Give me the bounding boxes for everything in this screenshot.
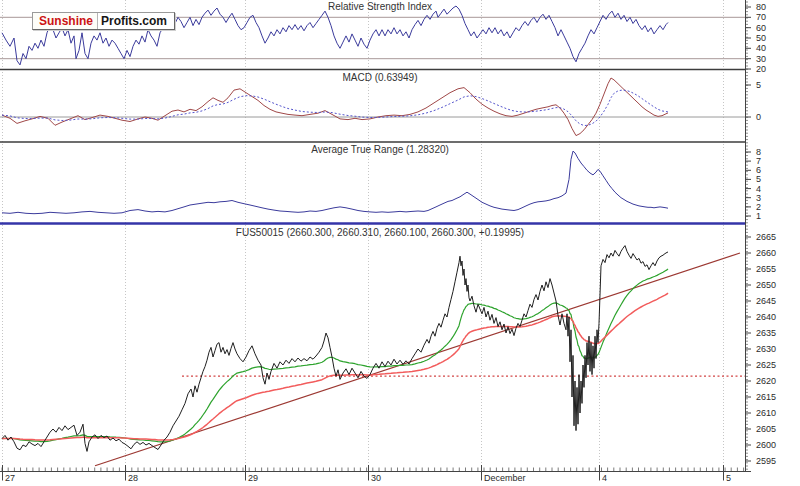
x-axis-label: 4	[602, 473, 607, 483]
macd-line	[2, 78, 668, 136]
price-tick-label: 2600	[756, 440, 776, 450]
ma-fast-line	[2, 269, 668, 442]
price-tick-label: 2645	[756, 296, 776, 306]
price-tick-label: 2620	[756, 376, 776, 386]
x-axis-label: 29	[248, 473, 258, 483]
brand-logo-profits: Profits.com	[97, 13, 174, 29]
ma-slow-line	[2, 293, 668, 440]
price-tick-label: 2630	[756, 344, 776, 354]
x-axis-label: 27	[5, 473, 15, 483]
price-tick-label: 2605	[756, 424, 776, 434]
x-axis-label: 5	[726, 473, 731, 483]
price-tick-label: 2640	[756, 312, 776, 322]
price-tick-label: 2595	[756, 456, 776, 466]
x-axis-label: 28	[128, 473, 138, 483]
price-tick-label: 2660	[756, 248, 776, 258]
rsi-tick-label: 70	[756, 12, 766, 22]
brand-logo-sunshine: Sunshine	[33, 13, 95, 29]
brand-logo[interactable]: Sunshine Profits.com	[32, 12, 175, 30]
macd-tick-label: 5	[756, 80, 761, 90]
price-tick-label: 2650	[756, 280, 776, 290]
atr-tick-label: 1	[756, 211, 761, 221]
price-tick-label: 2635	[756, 328, 776, 338]
price-tick-label: 2625	[756, 360, 776, 370]
price-tick-label: 2655	[756, 264, 776, 274]
x-axis-label: December	[484, 473, 526, 483]
rsi-tick-label: 50	[756, 33, 766, 43]
rsi-tick-label: 80	[756, 2, 766, 12]
macd-tick-label: 0	[756, 112, 761, 122]
rsi-panel-title: Relative Strength Index	[328, 1, 432, 12]
price-chart-svg: 8070605040302050876543212665266026552650…	[0, 0, 800, 486]
rsi-tick-label: 30	[756, 54, 766, 64]
price-tick-label: 2665	[756, 232, 776, 242]
price-line	[2, 246, 668, 452]
atr-panel-title: Average True Range (1.28320)	[311, 144, 449, 155]
x-axis-label: 30	[371, 473, 381, 483]
macd-panel-title: MACD (0.63949)	[342, 72, 417, 83]
price-tick-label: 2610	[756, 408, 776, 418]
rsi-tick-label: 40	[756, 43, 766, 53]
price-tick-label: 2615	[756, 392, 776, 402]
atr-line	[2, 151, 668, 214]
price-panel-title: FUS50015 (2660.300, 2660.310, 2660.100, …	[236, 227, 524, 238]
rsi-tick-label: 20	[756, 64, 766, 74]
rsi-tick-label: 60	[756, 23, 766, 33]
